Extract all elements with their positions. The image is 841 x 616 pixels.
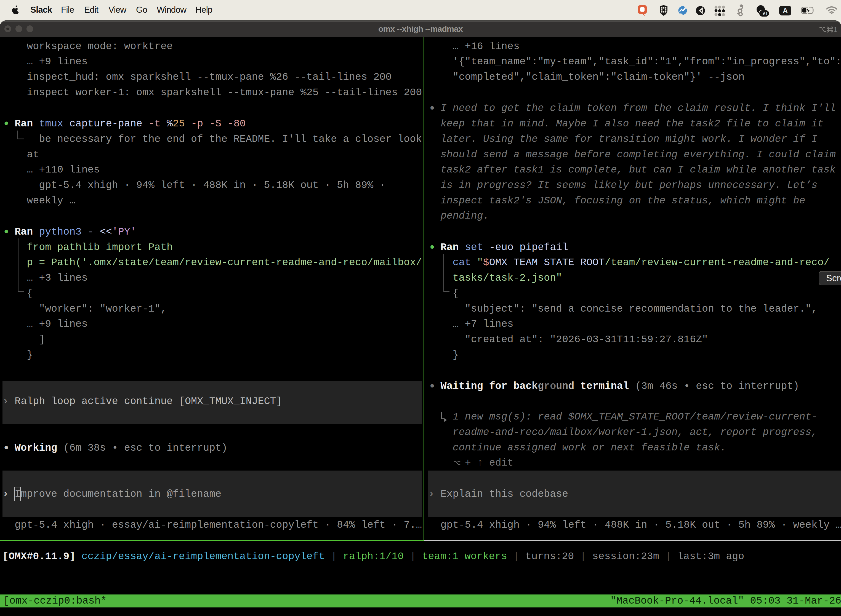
svg-text:..61: ..61 — [761, 11, 768, 16]
